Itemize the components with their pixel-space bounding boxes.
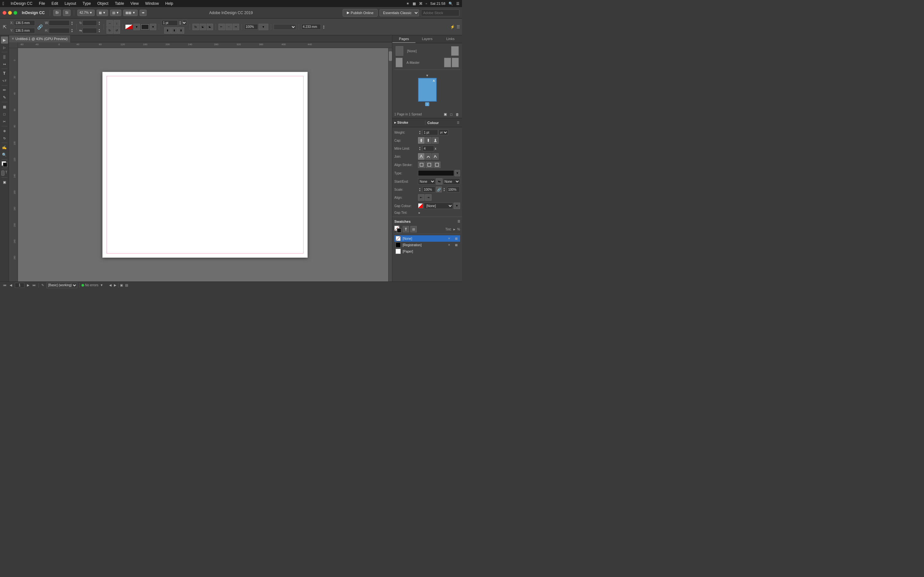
stroke-swatch[interactable] (126, 25, 132, 29)
weight-input[interactable] (423, 129, 438, 135)
quick-apply-btn[interactable]: ⚡ (449, 24, 456, 30)
tab-pages[interactable]: Pages (393, 35, 415, 43)
fill-swatch[interactable] (141, 24, 149, 29)
effects2-btn[interactable]: ☯ (207, 24, 213, 30)
free-transform-tool[interactable]: ⊕ (1, 127, 8, 134)
weight-unit-select[interactable]: pt (439, 129, 448, 135)
view-options-btn[interactable]: ▦ ▼ (97, 10, 108, 16)
start-select[interactable]: None (418, 178, 435, 185)
bridge-btn[interactable]: Br (53, 10, 61, 16)
gap-colour-expand-btn[interactable]: ▼ (454, 203, 460, 209)
align-inside-btn[interactable] (418, 161, 425, 168)
page-canvas[interactable] (102, 72, 308, 258)
align-center-btn[interactable]: ↔ (226, 24, 232, 30)
colour-section-header[interactable]: Colour (427, 119, 456, 126)
bevel-join-btn[interactable] (432, 153, 439, 160)
menu-help[interactable]: Help (164, 1, 174, 6)
swatch-none-item[interactable]: [None] ✕ ▦ (394, 235, 460, 242)
page-tool[interactable]: ▒ (1, 53, 8, 60)
menu-type[interactable]: Type (81, 1, 92, 6)
adobe-stock-search[interactable] (421, 9, 459, 16)
rotate-input[interactable] (82, 20, 97, 26)
arrow-align-left-btn[interactable]: ⇤ (418, 194, 425, 201)
flip-h-btn[interactable]: ↔ (107, 20, 113, 27)
menu-table[interactable]: Table (113, 1, 126, 6)
opacity-btn[interactable]: ☯ (200, 24, 206, 30)
page-1-thumb[interactable]: A (418, 78, 437, 102)
y-input[interactable] (14, 28, 35, 33)
swatch-registration-item[interactable]: [Registration] ✕ ▦ (394, 242, 460, 248)
stroke-align-center-btn[interactable]: ▮ (171, 27, 178, 34)
layout-mode-btn[interactable]: ▦▦ ▼ (123, 10, 137, 16)
fx-btn[interactable]: fx (192, 24, 199, 30)
type-on-path-tool[interactable]: ∿T (1, 77, 8, 84)
start-end-swap-btn[interactable]: ⇆ (436, 178, 443, 185)
menu-layout[interactable]: Layout (63, 1, 78, 6)
stroke-panel-menu-btn[interactable]: ☰ (456, 121, 460, 124)
new-master-btn[interactable]: ▣ (443, 112, 448, 117)
stroke-weight-input[interactable] (162, 20, 178, 26)
w-spinner[interactable]: ▲ ▼ (70, 21, 74, 25)
hand-tool[interactable]: ✍ (1, 144, 8, 151)
scroll-right-btn[interactable]: ▶ (113, 284, 117, 287)
gap-colour-swatch[interactable] (418, 203, 423, 208)
ruler-corner[interactable] (9, 42, 18, 48)
pencil-tool[interactable]: ✎ (1, 94, 8, 101)
page-edit-btn[interactable]: ✎ (41, 284, 45, 287)
error-expand-btn[interactable]: ▼ (99, 284, 104, 287)
none-master-item[interactable]: [None] (394, 45, 460, 57)
last-page-btn[interactable]: ⏭ (32, 284, 37, 287)
scale2-spinner[interactable]: ▲▼ (443, 187, 446, 192)
style-status-select[interactable]: [Basic] (working) (47, 282, 78, 288)
tab-close-btn[interactable]: ✕ (11, 37, 14, 40)
document-tab[interactable]: ✕ Untitled-1 @ 43% (GPU Preview) (9, 35, 71, 42)
rotate-90cw-btn[interactable]: ↺ (113, 27, 120, 34)
pen-tool[interactable]: ✏ (1, 87, 8, 93)
dims-input[interactable] (302, 24, 321, 29)
opacity-input[interactable] (244, 24, 258, 29)
scale2-input[interactable] (447, 187, 460, 192)
align-right-btn[interactable]: ⇥ (233, 24, 239, 30)
stroke-weight-unit[interactable]: pt (183, 20, 187, 26)
normal-view-btn[interactable] (1, 171, 5, 176)
zoom-tool[interactable]: 🔍 (1, 151, 8, 158)
tab-links[interactable]: Links (439, 35, 462, 43)
swatch-paper-item[interactable]: [Paper] (394, 248, 460, 255)
opacity-expand-btn[interactable]: ▼ (258, 24, 268, 30)
fill-stroke-tool[interactable] (1, 161, 8, 168)
menu-indesign[interactable]: InDesign CC (9, 1, 34, 6)
vertical-scrollbar-thumb[interactable] (389, 51, 392, 61)
stroke-align-outside-btn[interactable]: ▮ (178, 27, 184, 34)
h-spinner[interactable]: ▲ ▼ (70, 28, 74, 33)
scale1-input[interactable] (423, 187, 435, 192)
maximize-window-btn[interactable] (13, 11, 17, 15)
workspace-select[interactable]: Essentials Classic (380, 9, 419, 16)
rotate-90-btn[interactable]: ↻ (107, 27, 113, 34)
prev-page-btn[interactable]: ◀ (9, 284, 13, 287)
fill-expand-btn[interactable]: ▼ (150, 24, 156, 30)
mitre-input[interactable] (423, 145, 434, 151)
gap-tint-arrow[interactable]: ► (418, 211, 421, 214)
menu-object[interactable]: Object (96, 1, 110, 6)
swatch-text-icon[interactable]: T (403, 226, 409, 232)
scale-link-btn[interactable]: 🔗 (436, 187, 442, 192)
stroke-type-expand-btn[interactable]: ▼ (455, 170, 460, 176)
scroll-left-btn[interactable]: ◀ (108, 284, 112, 287)
stock-btn[interactable]: St (63, 10, 70, 16)
close-window-btn[interactable] (3, 11, 6, 15)
menu-window[interactable]: Window (144, 1, 160, 6)
gap-tool[interactable]: ↦ (1, 61, 8, 68)
w-input[interactable] (49, 20, 69, 26)
align-left-btn[interactable]: ⇤ (218, 24, 225, 30)
rotate-spinner[interactable]: ▲▼ (97, 21, 101, 25)
none-swatch-action2[interactable]: ▦ (454, 236, 459, 241)
mitre-spinner[interactable]: ▲▼ (418, 146, 422, 151)
h-input[interactable] (49, 28, 69, 33)
selection-tool[interactable]: ▶ (1, 37, 8, 44)
presentation-btn[interactable]: ▤ (124, 284, 129, 287)
x-input[interactable] (14, 20, 35, 26)
scissors-tool[interactable]: ✂ (1, 118, 8, 125)
stroke-section-header[interactable]: ▸ Stroke (394, 119, 423, 126)
zoom-display[interactable]: 42.7% ▼ (78, 10, 95, 16)
reg-swatch-action[interactable]: ✕ (447, 242, 452, 247)
